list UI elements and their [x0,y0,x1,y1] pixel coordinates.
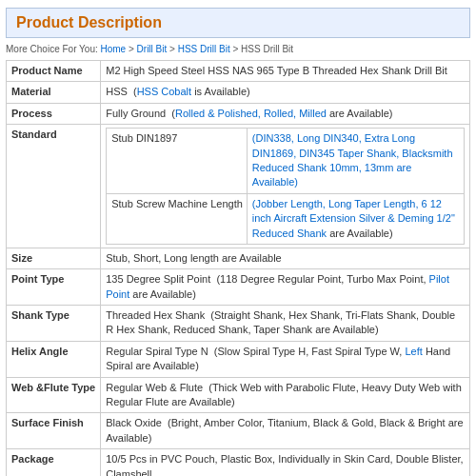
label-product-name: Product Name [7,61,101,82]
label-package: Package [7,449,101,476]
standard-subvalue-1: (DIN338, Long DIN340, Extra Long DIN1869… [247,129,464,194]
value-material: HSS (HSS Cobalt is Available) [101,82,470,103]
table-row-surface-finish: Surface Finish Black Oxide (Bright, Ambe… [7,413,470,449]
standard-sublabel-1: Stub DIN1897 [107,129,248,194]
breadcrumb-prefix: More Choice For You: [6,44,98,54]
standard-subvalue-2: (Jobber Length, Long Taper Length, 6 12 … [247,193,464,244]
table-row-web-flute: Web &Flute Type Regular Web & Flute (Thi… [7,377,470,413]
label-shank-type: Shank Type [7,306,101,342]
standard-sub-row-2: Stub Screw Machine Length (Jobber Length… [107,193,465,244]
link-standard-2: (Jobber Length, Long Taper Length, 6 12 … [252,198,455,239]
label-standard: Standard [7,125,101,248]
link-standard-1: (DIN338, Long DIN340, Extra Long DIN1869… [252,132,453,188]
label-process: Process [7,103,101,124]
breadcrumb-current: HSS Drill Bit [241,44,293,54]
value-shank-type: Threaded Hex Shank (Straight Shank, Hex … [101,306,470,342]
value-point-type: 135 Degree Split Point (118 Degree Regul… [101,269,470,306]
product-description-header: Product Description [6,8,470,38]
value-product-name: M2 High Speed Steel HSS NAS 965 Type B T… [101,61,470,82]
value-surface-finish: Black Oxide (Bright, Amber Color, Titani… [101,413,470,449]
breadcrumb-drill-bit[interactable]: Drill Bit [137,44,168,54]
table-row-package: Package 10/5 Pcs in PVC Pouch, Plastic B… [7,449,470,476]
value-process: Fully Ground (Rolled & Polished, Rolled,… [101,103,470,124]
table-row-size: Size Stub, Short, Long length are Availa… [7,248,470,268]
value-standard: Stub DIN1897 (DIN338, Long DIN340, Extra… [101,125,470,248]
label-web-flute: Web &Flute Type [7,377,101,413]
label-material: Material [7,82,101,103]
table-row-material: Material HSS (HSS Cobalt is Available) [7,82,470,103]
value-web-flute: Regular Web & Flute (Thick Web with Para… [101,377,470,413]
breadcrumb: More Choice For You: Home > Drill Bit > … [6,44,470,54]
link-hss-cobalt[interactable]: HSS Cobalt [137,86,191,97]
link-pilot-point[interactable]: Pilot Point [106,273,449,299]
value-package: 10/5 Pcs in PVC Pouch, Plastic Box, Indi… [101,449,470,476]
link-left-hand[interactable]: Left [405,346,422,357]
table-row-standard: Standard Stub DIN1897 (DIN338, Long DIN3… [7,125,470,248]
table-row-shank-type: Shank Type Threaded Hex Shank (Straight … [7,306,470,342]
page-wrapper: Product Description More Choice For You:… [0,0,476,476]
table-row-process: Process Fully Ground (Rolled & Polished,… [7,103,470,124]
breadcrumb-home[interactable]: Home [101,44,127,54]
table-row-product-name: Product Name M2 High Speed Steel HSS NAS… [7,61,470,82]
standard-sub-row-1: Stub DIN1897 (DIN338, Long DIN340, Extra… [107,129,465,194]
table-row-helix-angle: Helix Angle Regular Spiral Type N (Slow … [7,341,470,377]
product-table: Product Name M2 High Speed Steel HSS NAS… [6,60,470,476]
label-size: Size [7,248,101,268]
label-surface-finish: Surface Finish [7,413,101,449]
breadcrumb-hss-drill-bit[interactable]: HSS Drill Bit [178,44,230,54]
page-title: Product Description [16,14,460,31]
standard-sublabel-2: Stub Screw Machine Length [107,193,248,244]
value-size: Stub, Short, Long length are Available [101,248,470,268]
link-process-options[interactable]: Rolled & Polished, Rolled, Milled [175,108,327,119]
table-row-point-type: Point Type 135 Degree Split Point (118 D… [7,269,470,306]
value-helix-angle: Regular Spiral Type N (Slow Spiral Type … [101,341,470,377]
label-point-type: Point Type [7,269,101,306]
label-helix-angle: Helix Angle [7,341,101,377]
